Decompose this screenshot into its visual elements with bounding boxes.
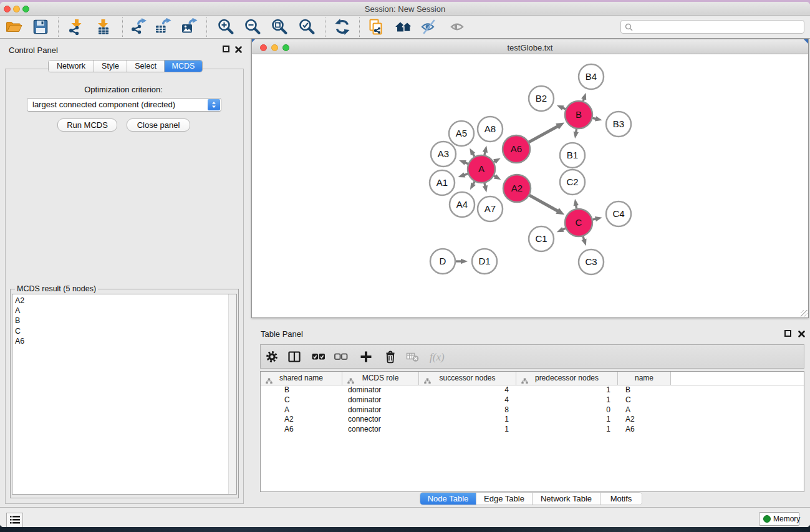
search-input[interactable] [620, 20, 804, 34]
column-header-predecessor-nodes[interactable]: predecessor nodes [516, 372, 618, 385]
cell-name[interactable]: C [618, 395, 671, 405]
export-image-button[interactable] [180, 18, 198, 36]
tab-network-table[interactable]: Network Table [533, 493, 600, 505]
function-builder-button[interactable]: f(x) [429, 350, 443, 364]
create-column-button[interactable] [359, 350, 373, 364]
table-row-C[interactable]: Cdominator41C [261, 395, 804, 405]
graph-node-label: A8 [485, 123, 496, 134]
cell-MCDS-role[interactable]: connector [342, 425, 419, 435]
column-header-successor-nodes[interactable]: successor nodes [419, 372, 516, 385]
mcds-result-item[interactable]: A6 [12, 336, 236, 346]
close-panel-button[interactable]: Close panel [127, 118, 190, 132]
criterion-dropdown[interactable]: largest connected component (directed) [27, 98, 221, 112]
cell-name[interactable]: B [618, 385, 671, 395]
cell-shared-name[interactable]: A2 [261, 415, 342, 425]
cell-predecessor-nodes[interactable]: 1 [516, 415, 618, 425]
cell-shared-name[interactable]: A [261, 405, 342, 415]
cell-predecessor-nodes[interactable]: 1 [516, 385, 618, 395]
save-session-button[interactable] [32, 18, 49, 36]
table-panel-float-button[interactable] [784, 330, 791, 337]
table-panel-close-button[interactable] [798, 329, 806, 337]
tab-network[interactable]: Network [49, 60, 94, 72]
edge-arrowhead [483, 145, 488, 153]
zoom-in-button[interactable] [217, 18, 234, 36]
delete-columns-icon [383, 350, 397, 364]
tab-mcds[interactable]: MCDS [165, 60, 202, 72]
select-all-columns-button[interactable] [312, 350, 325, 364]
export-network-button[interactable] [130, 18, 147, 36]
table-settings-button[interactable] [265, 350, 279, 364]
table-row-B[interactable]: Bdominator41B [261, 385, 804, 395]
tab-node-table[interactable]: Node Table [420, 493, 476, 505]
column-header-shared-name[interactable]: shared name [261, 372, 342, 385]
show-details-button[interactable] [449, 18, 466, 36]
refresh-button[interactable] [334, 18, 351, 36]
tab-style[interactable]: Style [94, 60, 127, 72]
edge-arrowhead [557, 227, 564, 232]
export-table-button[interactable] [154, 18, 171, 36]
table-row-A2[interactable]: A2connector11A2 [261, 415, 804, 425]
tab-motifs[interactable]: Motifs [600, 493, 642, 505]
cell-successor-nodes[interactable]: 1 [419, 425, 516, 435]
svg-text:f(x): f(x) [430, 351, 445, 363]
table-row-A6[interactable]: A6connector11A6 [261, 425, 804, 435]
toolbar-separator [325, 17, 325, 37]
edge-arrowhead [483, 185, 488, 193]
zoom-out-button[interactable] [244, 18, 261, 36]
cell-MCDS-role[interactable]: connector [342, 415, 419, 425]
mcds-result-item[interactable]: A2 [12, 296, 236, 306]
delete-columns-button[interactable] [383, 350, 397, 364]
tab-select[interactable]: Select [127, 60, 165, 72]
cell-successor-nodes[interactable]: 1 [419, 415, 516, 425]
cell-successor-nodes[interactable]: 4 [419, 395, 516, 405]
edge-arrowhead [470, 148, 475, 156]
cell-MCDS-role[interactable]: dominator [342, 395, 419, 405]
cell-name[interactable]: A6 [618, 425, 671, 435]
import-network-button[interactable] [67, 18, 84, 36]
mcds-result-item[interactable]: B [12, 316, 236, 326]
main-area: Control Panel NetworkStyleSelectMCDS Opt… [0, 39, 810, 507]
cell-successor-nodes[interactable]: 8 [419, 405, 516, 415]
run-mcds-button[interactable]: Run MCDS [57, 118, 117, 132]
cell-predecessor-nodes[interactable]: 1 [516, 395, 618, 405]
graph-node-label: C4 [612, 208, 624, 219]
control-panel-float-button[interactable] [223, 46, 229, 52]
edge-arrowhead [461, 259, 468, 264]
memory-button[interactable]: Memory [759, 512, 799, 526]
mcds-result-item[interactable]: A [12, 306, 236, 316]
zoom-fit-button[interactable] [271, 18, 288, 36]
mcds-result-item[interactable]: C [12, 326, 236, 336]
zoom-selected-button[interactable] [298, 18, 316, 36]
edge-arrowhead [459, 160, 466, 165]
cell-predecessor-nodes[interactable]: 0 [516, 405, 618, 415]
edge-arrowhead [581, 238, 586, 246]
copy-network-button[interactable] [367, 18, 385, 36]
graph-node-label: C3 [585, 256, 597, 267]
cell-name[interactable]: A2 [618, 415, 671, 425]
cell-name[interactable]: A [618, 405, 671, 415]
tab-edge-table[interactable]: Edge Table [476, 493, 533, 505]
home-button[interactable] [395, 18, 412, 36]
cell-predecessor-nodes[interactable]: 1 [516, 425, 618, 435]
control-panel-close-button[interactable] [234, 45, 243, 53]
import-table-button[interactable] [95, 18, 112, 36]
cell-successor-nodes[interactable]: 4 [419, 385, 516, 395]
export-network-icon [130, 18, 147, 36]
show-columns-button[interactable] [287, 350, 301, 364]
unselect-all-columns-button[interactable] [334, 350, 348, 364]
hide-details-button[interactable] [421, 18, 438, 36]
cell-shared-name[interactable]: C [261, 395, 342, 405]
network-graph-canvas[interactable]: B4B2BB3A5A8A6B1A3AC2A1A2A4A7C4CC1C3DD1 [252, 56, 808, 317]
delete-table-button[interactable] [406, 350, 420, 364]
table-row-A[interactable]: Adominator80A [261, 405, 804, 415]
task-history-button[interactable] [6, 513, 23, 527]
mcds-scrollbar[interactable] [228, 294, 236, 494]
resize-grip-icon[interactable] [801, 310, 808, 317]
cell-shared-name[interactable]: A6 [261, 425, 342, 435]
column-header-name[interactable]: name [618, 372, 671, 385]
cell-shared-name[interactable]: B [261, 385, 342, 395]
cell-MCDS-role[interactable]: dominator [342, 405, 419, 415]
column-header-MCDS-role[interactable]: MCDS role [342, 372, 419, 385]
open-session-button[interactable] [5, 18, 22, 36]
network-window-titlebar[interactable]: testGlobe.txt [252, 39, 808, 54]
